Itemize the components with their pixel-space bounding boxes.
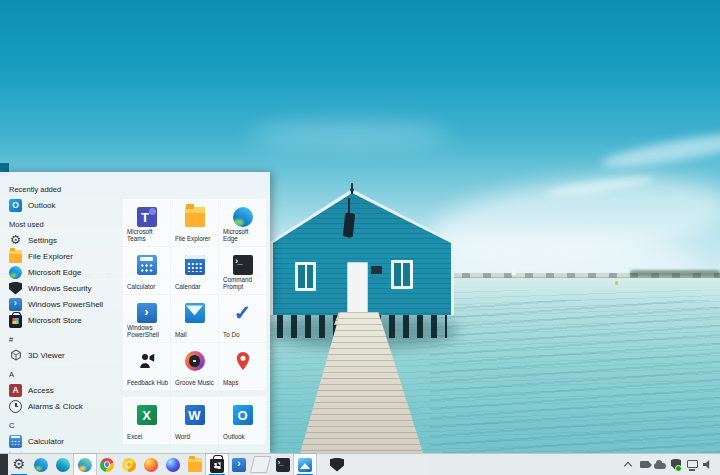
calculator-icon xyxy=(137,255,157,275)
start-menu-item-settings[interactable]: Settings xyxy=(9,232,122,248)
tile-label: Mail xyxy=(175,331,216,339)
tile-calculator[interactable]: Calculator xyxy=(124,248,169,293)
command-prompt-icon xyxy=(276,458,290,472)
todo-check-icon xyxy=(233,303,253,323)
start-menu-item-microsoft-edge[interactable]: Microsoft Edge xyxy=(9,264,122,280)
taskbar-settings[interactable] xyxy=(8,454,30,475)
tile-group-1: Microsoft Teams File Explorer Microsoft … xyxy=(124,200,265,389)
tray-network-display[interactable] xyxy=(684,454,700,475)
start-menu-app-list: Recently added Outlook Most used Setting… xyxy=(0,172,122,453)
tile-feedback-hub[interactable]: Feedback Hub xyxy=(124,344,169,389)
desktop: Recently added Outlook Most used Setting… xyxy=(0,0,720,475)
tile-outlook[interactable]: Outlook xyxy=(220,398,265,443)
start-menu-tiles: Microsoft Teams File Explorer Microsoft … xyxy=(124,200,265,443)
word-icon xyxy=(185,405,205,425)
tray-volume[interactable] xyxy=(700,454,716,475)
start-menu-item-access[interactable]: Access xyxy=(9,382,122,398)
taskbar-windows-security[interactable] xyxy=(326,454,348,475)
folder-icon xyxy=(9,250,22,263)
settings-gear-icon xyxy=(12,458,26,472)
start-menu-item-alarms-clock[interactable]: Alarms & Clock xyxy=(9,398,122,414)
powershell-icon xyxy=(9,298,22,311)
tile-label: Feedback Hub xyxy=(127,379,168,387)
security-shield-icon xyxy=(9,282,22,295)
tile-command-prompt[interactable]: Command Prompt xyxy=(220,248,265,293)
edge-icon xyxy=(233,207,253,227)
firefox-icon xyxy=(144,458,158,472)
tile-label: Word xyxy=(175,433,216,441)
tile-to-do[interactable]: To Do xyxy=(220,296,265,341)
taskbar-firefox-nightly[interactable] xyxy=(162,454,184,475)
taskbar-microsoft-edge[interactable] xyxy=(30,454,52,475)
tile-word[interactable]: Word xyxy=(172,398,217,443)
tile-label: Calendar xyxy=(175,283,216,291)
tile-label: To Do xyxy=(223,331,264,339)
edge-icon xyxy=(34,458,48,472)
display-network-icon xyxy=(687,460,698,468)
start-menu-item-calculator[interactable]: Calculator xyxy=(9,433,122,449)
security-shield-ok-icon xyxy=(671,459,681,471)
start-menu-item-outlook[interactable]: Outlook xyxy=(9,197,122,213)
tile-groove-music[interactable]: Groove Music xyxy=(172,344,217,389)
tray-onedrive[interactable] xyxy=(652,454,668,475)
taskbar-command-prompt[interactable] xyxy=(272,454,294,475)
tile-calendar[interactable]: Calendar xyxy=(172,248,217,293)
taskbar-google-chrome[interactable] xyxy=(96,454,118,475)
taskbar-paint-3d[interactable] xyxy=(250,454,272,475)
roof-finial-knob xyxy=(350,188,354,192)
boathouse-plaque xyxy=(371,266,382,274)
app-label: Windows PowerShell xyxy=(28,300,103,309)
tray-meet-now[interactable] xyxy=(636,454,652,475)
water-ripples xyxy=(430,300,720,475)
store-bag-icon xyxy=(9,315,22,328)
tile-microsoft-teams[interactable]: Microsoft Teams xyxy=(124,200,169,245)
taskbar-chrome-canary[interactable] xyxy=(118,454,140,475)
folder-icon xyxy=(185,207,205,227)
taskbar-photos[interactable] xyxy=(294,454,316,475)
chrome-canary-icon xyxy=(122,458,136,472)
taskbar-edge-dev[interactable] xyxy=(52,454,74,475)
start-menu-item-windows-security[interactable]: Windows Security xyxy=(9,280,122,296)
volume-speaker-icon xyxy=(703,460,713,469)
tile-group-2: Excel Word Outlook xyxy=(124,398,265,443)
tile-windows-powershell[interactable]: Windows PowerShell xyxy=(124,296,169,341)
start-menu-item-file-explorer[interactable]: File Explorer xyxy=(9,248,122,264)
edge-dev-icon xyxy=(56,458,70,472)
tray-windows-security[interactable] xyxy=(668,454,684,475)
chevron-up-icon xyxy=(624,462,632,470)
tile-label: Groove Music xyxy=(175,379,216,387)
settings-gear-icon xyxy=(9,234,22,247)
tile-maps[interactable]: Maps xyxy=(220,344,265,389)
taskbar-edge-canary[interactable] xyxy=(74,454,96,475)
system-tray xyxy=(620,454,720,475)
app-list-header-recently-added: Recently added xyxy=(9,183,122,197)
taskbar-windows-powershell[interactable] xyxy=(228,454,250,475)
access-icon xyxy=(9,384,22,397)
cloud xyxy=(250,120,450,150)
app-list-header-most-used: Most used xyxy=(9,218,122,232)
taskbar-file-explorer[interactable] xyxy=(184,454,206,475)
folder-icon xyxy=(188,458,202,472)
start-menu-item-microsoft-store[interactable]: Microsoft Store xyxy=(9,312,122,328)
tile-mail[interactable]: Mail xyxy=(172,296,217,341)
start-button-fragment[interactable] xyxy=(0,454,8,475)
firefox-nightly-icon xyxy=(166,458,180,472)
taskbar-microsoft-store[interactable] xyxy=(206,454,228,475)
start-menu: Recently added Outlook Most used Setting… xyxy=(0,172,270,453)
calculator-icon xyxy=(9,435,22,448)
tile-excel[interactable]: Excel xyxy=(124,398,169,443)
taskbar-firefox[interactable] xyxy=(140,454,162,475)
app-label: Outlook xyxy=(28,201,56,210)
start-menu-item-windows-powershell[interactable]: Windows PowerShell xyxy=(9,296,122,312)
tile-file-explorer[interactable]: File Explorer xyxy=(172,200,217,245)
taskbar xyxy=(0,453,720,475)
app-list-header-hash: # xyxy=(9,333,122,347)
chrome-icon xyxy=(100,458,114,472)
photos-icon xyxy=(298,458,312,472)
start-menu-item-3d-viewer[interactable]: 3D Viewer xyxy=(9,347,122,363)
app-list-header-a: A xyxy=(9,368,122,382)
boathouse-window-left xyxy=(295,262,316,291)
tile-microsoft-edge[interactable]: Microsoft Edge xyxy=(220,200,265,245)
teams-icon xyxy=(137,207,157,227)
tray-hidden-icons-chevron[interactable] xyxy=(620,454,636,475)
